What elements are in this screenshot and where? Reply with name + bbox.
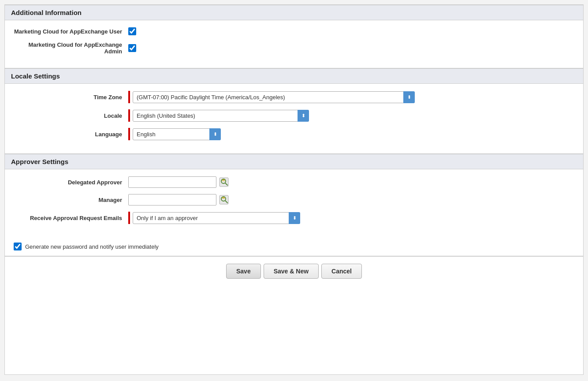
marketing-admin-checkbox[interactable] (128, 44, 136, 52)
additional-info-header: Additional Information (5, 5, 583, 20)
receive-approval-row: Receive Approval Request Emails Only if … (5, 212, 583, 224)
generate-password-row: Generate new password and notify user im… (5, 237, 583, 256)
manager-input[interactable] (128, 194, 216, 205)
marketing-user-label: Marketing Cloud for AppExchange User (14, 28, 128, 35)
cancel-button[interactable]: Cancel (321, 264, 362, 279)
marketing-user-control (128, 27, 574, 35)
save-and-new-button[interactable]: Save & New (264, 264, 319, 279)
timezone-required-bar (128, 91, 130, 103)
svg-rect-8 (222, 197, 225, 198)
delegated-approver-row: Delegated Approver (5, 176, 583, 188)
manager-control (128, 194, 574, 205)
timezone-select-wrapper: (GMT-07:00) Pacific Daylight Time (Ameri… (133, 91, 415, 103)
language-select-wrapper: English (133, 128, 221, 140)
svg-rect-9 (222, 198, 225, 199)
locale-settings-title: Locale Settings (11, 72, 577, 80)
locale-settings-body: Time Zone (GMT-07:00) Pacific Daylight T… (5, 84, 583, 153)
generate-password-label: Generate new password and notify user im… (25, 243, 159, 250)
receive-approval-select[interactable]: Only if I am an approver (133, 212, 300, 224)
delegated-approver-lookup-button[interactable] (218, 176, 230, 188)
locale-control: English (United States) (128, 109, 574, 122)
language-row: Language English (5, 128, 583, 140)
language-label: Language (14, 131, 128, 138)
approver-settings-title: Approver Settings (11, 158, 577, 165)
marketing-admin-label: Marketing Cloud for AppExchange Admin (14, 41, 128, 55)
additional-info-title: Additional Information (11, 9, 577, 16)
manager-label: Manager (14, 197, 128, 203)
locale-settings-header: Locale Settings (5, 68, 583, 84)
locale-row: Locale English (United States) (5, 109, 583, 122)
locale-required-bar (128, 109, 130, 122)
language-select[interactable]: English (133, 128, 221, 140)
page-wrapper: Additional Information Marketing Cloud f… (4, 4, 584, 375)
marketing-user-checkbox[interactable] (128, 27, 136, 35)
manager-lookup-icon (219, 195, 229, 205)
svg-rect-4 (222, 181, 225, 181)
receive-approval-label: Receive Approval Request Emails (14, 215, 128, 221)
receive-approval-select-wrapper: Only if I am an approver (133, 212, 300, 224)
delegated-approver-label: Delegated Approver (14, 179, 128, 186)
locale-select[interactable]: English (United States) (133, 110, 309, 122)
delegated-approver-input[interactable] (128, 176, 216, 188)
generate-password-checkbox[interactable] (14, 243, 22, 250)
button-bar: Save Save & New Cancel (5, 256, 583, 286)
additional-info-body: Marketing Cloud for AppExchange User Mar… (5, 20, 583, 68)
timezone-row: Time Zone (GMT-07:00) Pacific Daylight T… (5, 91, 583, 103)
manager-row: Manager (5, 194, 583, 205)
language-required-bar (128, 128, 130, 140)
receive-approval-required-bar (128, 212, 130, 224)
delegated-approver-lookup-icon (219, 177, 229, 187)
timezone-label: Time Zone (14, 94, 128, 101)
marketing-admin-row: Marketing Cloud for AppExchange Admin (5, 41, 583, 55)
manager-lookup-button[interactable] (218, 194, 230, 205)
approver-settings-body: Delegated Approver Manager (5, 169, 583, 237)
timezone-select[interactable]: (GMT-07:00) Pacific Daylight Time (Ameri… (133, 91, 415, 103)
language-control: English (128, 128, 574, 140)
approver-settings-header: Approver Settings (5, 154, 583, 169)
marketing-user-row: Marketing Cloud for AppExchange User (5, 27, 583, 35)
delegated-approver-control (128, 176, 574, 188)
locale-label: Locale (14, 112, 128, 119)
timezone-control: (GMT-07:00) Pacific Daylight Time (Ameri… (128, 91, 574, 103)
marketing-admin-control (128, 44, 574, 52)
svg-rect-3 (222, 179, 225, 180)
locale-select-wrapper: English (United States) (133, 110, 309, 122)
save-button[interactable]: Save (226, 264, 261, 279)
receive-approval-control: Only if I am an approver (128, 212, 574, 224)
